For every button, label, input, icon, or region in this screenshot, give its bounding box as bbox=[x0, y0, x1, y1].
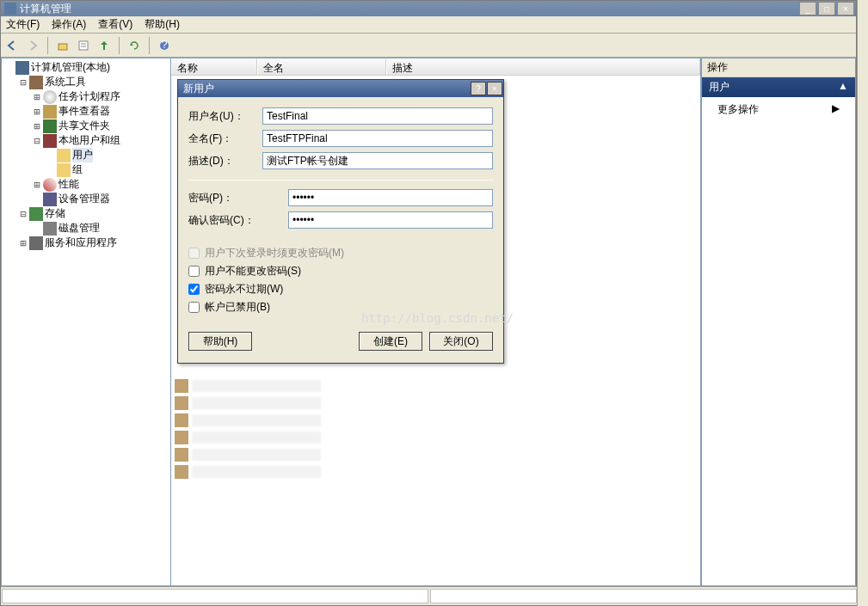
toolbar-properties-button[interactable] bbox=[74, 36, 93, 55]
tree-performance[interactable]: ⊞性能 bbox=[3, 177, 169, 192]
list-item[interactable] bbox=[175, 378, 651, 394]
tree-groups[interactable]: 组 bbox=[3, 162, 169, 177]
user-icon bbox=[175, 396, 188, 410]
toolbar-separator bbox=[149, 37, 150, 54]
svg-rect-1 bbox=[79, 41, 88, 50]
label-confirm: 确认密码(C)： bbox=[188, 213, 262, 228]
tools-icon bbox=[29, 76, 43, 89]
user-icon bbox=[175, 448, 188, 462]
fullname-field[interactable] bbox=[262, 130, 493, 147]
toolbar-separator bbox=[119, 37, 120, 54]
checkbox-never-expires[interactable]: 密码永不过期(W) bbox=[188, 282, 493, 297]
toolbar-separator bbox=[47, 37, 48, 54]
toolbar-up-button[interactable] bbox=[53, 36, 72, 55]
col-fullname[interactable]: 全名 bbox=[257, 58, 386, 75]
list-item[interactable] bbox=[175, 413, 651, 428]
toolbar-refresh-button[interactable] bbox=[125, 36, 144, 55]
tree-users[interactable]: 用户 bbox=[3, 148, 169, 162]
computer-icon bbox=[15, 61, 29, 75]
actions-more[interactable]: 更多操作▶ bbox=[702, 97, 855, 122]
list-item[interactable] bbox=[175, 395, 651, 411]
label-username: 用户名(U)： bbox=[188, 109, 262, 124]
col-desc[interactable]: 描述 bbox=[386, 58, 700, 75]
maximize-button[interactable]: □ bbox=[818, 2, 835, 15]
user-icon bbox=[175, 413, 188, 427]
list-item[interactable] bbox=[175, 447, 651, 462]
help-button[interactable]: 帮助(H) bbox=[188, 332, 252, 351]
disk-icon bbox=[43, 222, 57, 236]
window-title: 计算机管理 bbox=[20, 2, 71, 16]
svg-rect-0 bbox=[58, 44, 67, 50]
toolbar-forward-button[interactable] bbox=[23, 36, 42, 55]
label-password: 密码(P)： bbox=[188, 191, 262, 205]
clock-icon bbox=[43, 90, 57, 104]
checkbox-cannot-change[interactable]: 用户不能更改密码(S) bbox=[188, 264, 493, 279]
menu-view[interactable]: 查看(V) bbox=[98, 17, 132, 32]
device-icon bbox=[43, 193, 57, 206]
app-icon bbox=[29, 236, 43, 250]
status-segment bbox=[430, 589, 857, 603]
col-name[interactable]: 名称 bbox=[171, 58, 257, 75]
user-icon bbox=[175, 431, 188, 444]
tree-pane: 计算机管理(本地) ⊟系统工具 ⊞任务计划程序 ⊞事件查看器 ⊞共享文件夹 ⊟本… bbox=[1, 58, 171, 586]
checkbox-must-change: 用户下次登录时须更改密码(M) bbox=[188, 246, 493, 260]
tree-services-apps[interactable]: ⊞服务和应用程序 bbox=[3, 236, 169, 250]
status-segment bbox=[2, 589, 428, 603]
actions-pane: 操作 用户▲ 更多操作▶ bbox=[701, 58, 856, 586]
tree-system-tools[interactable]: ⊟系统工具 bbox=[3, 75, 169, 89]
tree-task-scheduler[interactable]: ⊞任务计划程序 bbox=[3, 89, 169, 104]
toolbar-back-button[interactable] bbox=[3, 36, 22, 55]
confirm-password-field[interactable] bbox=[288, 211, 493, 229]
tree-storage[interactable]: ⊟存储 bbox=[3, 206, 169, 221]
tree-device-manager[interactable]: 设备管理器 bbox=[3, 192, 169, 206]
column-headers: 名称 全名 描述 bbox=[171, 58, 700, 76]
share-icon bbox=[43, 119, 57, 133]
folder-icon bbox=[57, 149, 71, 162]
minimize-button[interactable]: _ bbox=[799, 2, 816, 15]
dialog-close-button[interactable]: × bbox=[487, 82, 502, 95]
right-strip bbox=[857, 0, 868, 606]
username-field[interactable] bbox=[262, 107, 493, 125]
tree-local-users-groups[interactable]: ⊟本地用户和组 bbox=[3, 133, 169, 148]
storage-icon bbox=[29, 207, 43, 221]
watermark-text: http://blog.csdn.net/ bbox=[361, 311, 514, 325]
dialog-help-button[interactable]: ? bbox=[471, 82, 486, 95]
user-icon bbox=[175, 465, 188, 479]
actions-header: 操作 bbox=[702, 58, 855, 77]
description-field[interactable] bbox=[262, 152, 493, 169]
menu-help[interactable]: 帮助(H) bbox=[145, 17, 180, 32]
create-button[interactable]: 创建(E) bbox=[359, 332, 422, 351]
list-item[interactable] bbox=[175, 464, 651, 480]
toolbar-export-button[interactable] bbox=[95, 36, 114, 55]
separator bbox=[188, 180, 493, 181]
event-icon bbox=[43, 105, 57, 119]
close-button[interactable]: × bbox=[837, 2, 854, 15]
label-desc: 描述(D)： bbox=[188, 154, 262, 168]
tree-root[interactable]: 计算机管理(本地) bbox=[3, 60, 169, 75]
performance-icon bbox=[43, 178, 57, 192]
list-item[interactable] bbox=[175, 430, 651, 445]
toolbar-help-button[interactable]: ? bbox=[155, 36, 174, 55]
password-field[interactable] bbox=[288, 189, 493, 206]
toolbar: ? bbox=[1, 34, 856, 58]
tree-event-viewer[interactable]: ⊞事件查看器 bbox=[3, 104, 169, 119]
users-icon bbox=[43, 134, 57, 148]
dialog-titlebar: 新用户 ? × bbox=[178, 80, 503, 97]
tree-disk-management[interactable]: 磁盘管理 bbox=[3, 221, 169, 236]
tree-shared-folders[interactable]: ⊞共享文件夹 bbox=[3, 119, 169, 133]
chevron-right-icon: ▶ bbox=[832, 102, 840, 117]
menu-bar: 文件(F) 操作(A) 查看(V) 帮助(H) bbox=[1, 16, 856, 34]
app-icon bbox=[4, 3, 16, 15]
folder-icon bbox=[57, 163, 71, 177]
menu-file[interactable]: 文件(F) bbox=[6, 17, 40, 32]
user-icon bbox=[175, 379, 188, 393]
status-bar bbox=[1, 586, 858, 605]
svg-text:?: ? bbox=[162, 40, 168, 51]
close-button[interactable]: 关闭(O) bbox=[429, 332, 493, 351]
window-titlebar: 计算机管理 _ □ × bbox=[1, 1, 856, 16]
dialog-title: 新用户 bbox=[183, 82, 214, 96]
label-fullname: 全名(F)： bbox=[188, 132, 262, 146]
actions-section-users[interactable]: 用户▲ bbox=[702, 77, 855, 97]
collapse-icon: ▲ bbox=[838, 80, 848, 95]
menu-action[interactable]: 操作(A) bbox=[52, 17, 86, 32]
